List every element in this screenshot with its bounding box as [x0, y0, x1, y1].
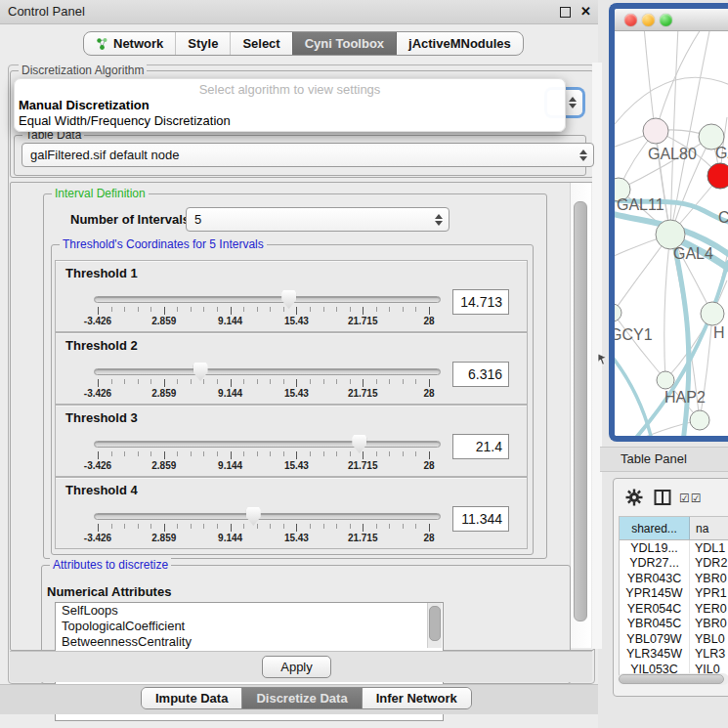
- numerical-attributes-label: Numerical Attributes: [47, 584, 171, 599]
- graph-node-label: GAL4: [673, 245, 713, 262]
- threshold-value-field[interactable]: 21.4: [452, 434, 509, 459]
- slider-track[interactable]: [94, 296, 441, 303]
- cell-name: YER0: [690, 601, 728, 617]
- cell-name: YBR0: [690, 617, 728, 632]
- column-header-shared-name[interactable]: shared...: [620, 517, 690, 539]
- graph-node-node-h[interactable]: [701, 302, 724, 325]
- list-item-topologicalcoefficient[interactable]: TopologicalCoefficient: [56, 619, 443, 634]
- popup-hint: Select algorithm to view settings: [15, 82, 565, 97]
- discretization-algorithm-group-title: Discretization Algorithm: [19, 64, 147, 77]
- number-of-intervals-combobox[interactable]: 5: [186, 207, 450, 232]
- graph-node-label: HAP2: [664, 389, 706, 406]
- threshold-value-field[interactable]: 14.713: [452, 289, 509, 315]
- graph-node-gcy1[interactable]: [615, 304, 621, 321]
- split-columns-icon[interactable]: [654, 489, 671, 506]
- slider-track[interactable]: [94, 368, 441, 375]
- tick-label: 15.43: [284, 533, 309, 543]
- cell-shared-name: YBR045C: [620, 617, 690, 632]
- mac-close-button[interactable]: [624, 14, 637, 26]
- column-header-name[interactable]: na: [690, 517, 728, 539]
- mac-zoom-button[interactable]: [660, 14, 672, 26]
- graph-node-label: GAL80: [648, 146, 697, 162]
- control-panel: Control Panel ✕ NetworkStyleSelectCyni T…: [0, 0, 598, 728]
- attributes-scrollbar-thumb[interactable]: [429, 606, 441, 641]
- threshold-slider[interactable]: -3.4262.8599.14415.4321.71528: [94, 333, 441, 404]
- tick-label: -3.426: [84, 316, 111, 326]
- graph-node-node-bottom[interactable]: [690, 410, 709, 430]
- network-window-titlebar[interactable]: [615, 9, 728, 31]
- table-header-row: shared...na: [620, 517, 728, 540]
- tick-label: 15.43: [284, 460, 309, 471]
- screen: Control Panel ✕ NetworkStyleSelectCyni T…: [0, 0, 728, 728]
- control-panel-title: Control Panel: [8, 4, 85, 19]
- tick-label: -3.426: [84, 388, 111, 399]
- graph-node-gal80[interactable]: [643, 118, 668, 144]
- cell-shared-name: YBR043C: [620, 571, 690, 586]
- algorithm-dropdown-popup: Select algorithm to view settings Manual…: [14, 78, 566, 132]
- table-row[interactable]: YPR145WYPR1: [620, 586, 728, 602]
- threshold-slider[interactable]: -3.4262.8599.14415.4321.71528: [94, 406, 441, 476]
- float-window-icon[interactable]: [560, 7, 571, 18]
- table-row[interactable]: YDR27...YDR2: [620, 556, 728, 572]
- tab-label: Network: [113, 36, 163, 51]
- tab-label: Cyni Toolbox: [305, 36, 384, 51]
- control-panel-tabbar: NetworkStyleSelectCyni ToolboxjActiveMNo…: [83, 31, 524, 56]
- table-data-combobox[interactable]: galFiltered.sif default node: [21, 143, 594, 167]
- popup-option-manual-discretization[interactable]: Manual Discretization: [19, 98, 150, 112]
- combo-arrows-icon: [435, 214, 442, 226]
- tick-label: 28: [423, 388, 434, 399]
- tick-label: 2.859: [151, 316, 176, 326]
- tab-network[interactable]: Network: [84, 32, 175, 55]
- tick-label: 21.715: [348, 388, 378, 399]
- slider-track[interactable]: [94, 513, 441, 520]
- slider-track[interactable]: [94, 441, 441, 448]
- tab-jactivemnodules[interactable]: jActiveMNodules: [396, 32, 523, 55]
- tab-discretize-data[interactable]: Discretize Data: [241, 688, 361, 708]
- graph-node-node-red[interactable]: [707, 163, 728, 189]
- cell-name: YPR1: [690, 586, 728, 602]
- network-graph: GAL80GAL11GAL4GCY1HHAP2GAC: [615, 31, 728, 436]
- table-hscrollbar-track[interactable]: [618, 673, 728, 685]
- close-icon[interactable]: ✕: [579, 5, 592, 18]
- slider-ticks: [98, 379, 429, 387]
- tab-style[interactable]: Style: [175, 32, 230, 55]
- slider-tick-labels: -3.4262.8599.14415.4321.71528: [98, 388, 429, 400]
- popup-option-equal-width-frequency-discretization[interactable]: Equal Width/Frequency Discretization: [19, 113, 231, 128]
- graph-node-label: GCY1: [615, 326, 653, 343]
- graph-node-label: GAL11: [617, 196, 664, 213]
- list-item-selfloops[interactable]: SelfLoops: [56, 603, 443, 619]
- threshold-slider[interactable]: -3.4262.8599.14415.4321.71528: [94, 478, 441, 548]
- tab-cyni-toolbox[interactable]: Cyni Toolbox: [292, 32, 396, 55]
- threshold-value-field[interactable]: 6.316: [452, 362, 509, 387]
- table-row[interactable]: YDL19...YDL1: [620, 540, 728, 556]
- threshold-slider[interactable]: -3.4262.8599.14415.4321.71528: [94, 261, 441, 331]
- network-canvas[interactable]: GAL80GAL11GAL4GCY1HHAP2GAC: [615, 31, 728, 436]
- tab-label: jActiveMNodules: [408, 36, 511, 51]
- network-view-window: GAL80GAL11GAL4GCY1HHAP2GAC: [609, 3, 728, 442]
- tab-select[interactable]: Select: [230, 32, 291, 55]
- checkbox-columns-icon[interactable]: ☑☑: [679, 492, 703, 505]
- tab-impute-data[interactable]: Impute Data: [142, 688, 241, 708]
- table-row[interactable]: YER054CYER0: [620, 601, 728, 617]
- gear-icon[interactable]: [625, 489, 643, 506]
- tick-label: 9.144: [218, 533, 242, 543]
- table-row[interactable]: YBR045CYBR0: [620, 617, 728, 632]
- apply-button[interactable]: Apply: [262, 656, 331, 678]
- slider-tick-labels: -3.4262.8599.14415.4321.71528: [98, 460, 429, 472]
- graph-node-hap2[interactable]: [657, 371, 674, 389]
- tab-infer-network[interactable]: Infer Network: [362, 688, 471, 708]
- list-item-betweennesscentrality[interactable]: BetweennessCentrality: [56, 634, 443, 650]
- tab-label: Style: [188, 36, 218, 51]
- threshold-value-field[interactable]: 11.344: [452, 506, 509, 532]
- node-attribute-table: shared...na YDL19...YDL1YDR27...YDR2YBR0…: [619, 516, 728, 677]
- table-row[interactable]: YBL079WYBL0: [620, 631, 728, 647]
- table-row[interactable]: YBR043CYBR0: [620, 571, 728, 586]
- table-row[interactable]: YLR345WYLR3: [620, 647, 728, 663]
- tick-label: 28: [423, 316, 434, 326]
- vertical-scrollbar-thumb[interactable]: [574, 201, 587, 621]
- cell-shared-name: YLR345W: [620, 647, 690, 663]
- tick-label: 21.715: [348, 460, 378, 471]
- mac-minimize-button[interactable]: [642, 14, 655, 26]
- slider-tick-labels: -3.4262.8599.14415.4321.71528: [98, 316, 429, 327]
- table-hscrollbar-thumb[interactable]: [619, 674, 724, 684]
